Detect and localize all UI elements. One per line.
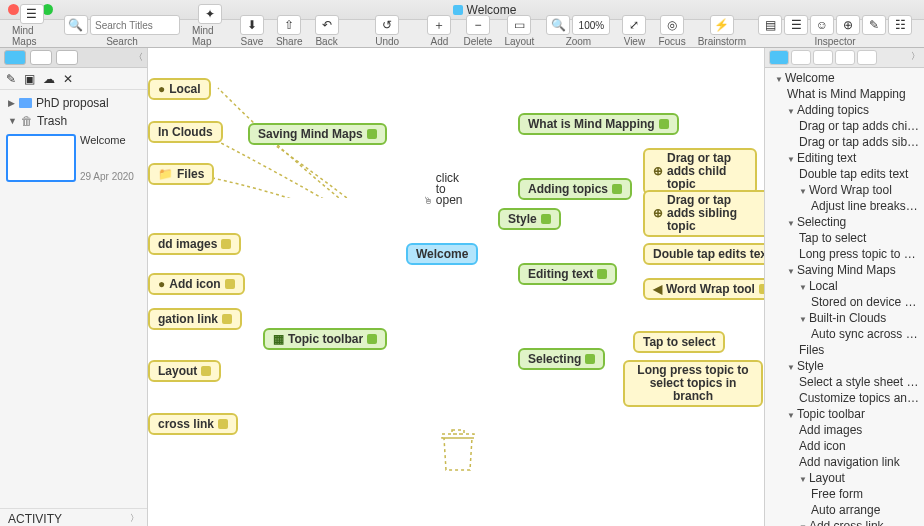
toolbar-add[interactable]: ＋Add <box>427 15 451 47</box>
outline-item[interactable]: Select a style sheet for th... <box>765 374 924 390</box>
sidebar-tab-cloud[interactable] <box>30 50 52 65</box>
outline-item[interactable]: ▼Layout <box>765 470 924 486</box>
toolbar-layout[interactable]: ▭Layout <box>504 15 534 47</box>
mindmap-icon[interactable]: ✦ <box>198 4 222 24</box>
search-icon[interactable]: 🔍 <box>64 15 88 35</box>
doc-thumbnail[interactable] <box>6 134 76 182</box>
node-editing[interactable]: Editing text <box>518 263 617 285</box>
toolbar-focus[interactable]: ◎Focus <box>658 15 685 47</box>
inspector-tab-4[interactable] <box>835 50 855 65</box>
toolbar-back[interactable]: ↶Back <box>315 15 339 47</box>
delete-icon[interactable]: − <box>466 15 490 35</box>
doc-thumbnail-row[interactable]: Welcome 29 Apr 2020 <box>0 132 147 184</box>
outline-item[interactable]: Auto sync across devices <box>765 326 924 342</box>
node-drag-sibling[interactable]: ⊕ Drag or tap adds sibling topic <box>643 190 764 237</box>
canvas-trash-icon[interactable] <box>438 428 478 475</box>
inspector-tab-2[interactable] <box>791 50 811 65</box>
insp-icon2[interactable]: ☰ <box>784 15 808 35</box>
outline-item[interactable]: Drag or tap adds child topic <box>765 118 924 134</box>
outline-item[interactable]: ▼Word Wrap tool <box>765 182 924 198</box>
insp-icon4[interactable]: ⊕ <box>836 15 860 35</box>
search-input[interactable] <box>90 15 180 35</box>
outline-item[interactable]: ▼Saving Mind Maps <box>765 262 924 278</box>
node-files[interactable]: 📁 Files <box>148 163 214 185</box>
insp-icon5[interactable]: ✎ <box>862 15 886 35</box>
toolbar-zoom[interactable]: 🔍100%Zoom <box>546 15 610 47</box>
delete-icon[interactable]: ✕ <box>63 72 73 86</box>
node-cross-link[interactable]: cross link <box>148 413 238 435</box>
toolbar-share[interactable]: ⇧Share <box>276 15 303 47</box>
toolbar-inspector[interactable]: ▤☰☺⊕✎☷ Inspector <box>758 15 912 47</box>
node-adding[interactable]: Adding topics <box>518 178 632 200</box>
outline-item[interactable]: ▼Topic toolbar <box>765 406 924 422</box>
new-folder-icon[interactable]: ▣ <box>24 72 35 86</box>
node-drag-child[interactable]: ⊕ Drag or tap adds child topic <box>643 148 757 195</box>
node-long-press[interactable]: Long press topic to select topics in bra… <box>623 360 763 407</box>
tree-item-trash[interactable]: ▼🗑Trash <box>0 112 147 130</box>
outline-item[interactable]: ▼Welcome <box>765 70 924 86</box>
outline-item[interactable]: Add icon <box>765 438 924 454</box>
outline-item[interactable]: ▼Selecting <box>765 214 924 230</box>
node-topic-toolbar[interactable]: ▦ Topic toolbar <box>263 328 387 350</box>
sidebar-collapse-icon[interactable]: 〈 <box>134 51 143 64</box>
node-layout[interactable]: Layout <box>148 360 221 382</box>
outline-item[interactable]: Drag or tap adds sibling to... <box>765 134 924 150</box>
insp-icon3[interactable]: ☺ <box>810 15 834 35</box>
outline-item[interactable]: Tap to select <box>765 230 924 246</box>
outline-item[interactable]: Files <box>765 342 924 358</box>
sidebar-tab-files[interactable] <box>56 50 78 65</box>
zoom-value[interactable]: 100% <box>572 15 610 35</box>
outline-item[interactable]: Adjust line breaks and... <box>765 198 924 214</box>
node-tap-select[interactable]: Tap to select <box>633 331 725 353</box>
toolbar-mindmaps[interactable]: ☰ Mind Maps <box>12 4 52 47</box>
toolbar-save[interactable]: ⬇Save <box>240 15 264 47</box>
outline-item[interactable]: ▼Adding topics <box>765 102 924 118</box>
outline-tree[interactable]: ▼WelcomeWhat is Mind Mapping▼Adding topi… <box>765 68 924 526</box>
toolbar-search[interactable]: 🔍 Search <box>64 15 180 47</box>
toolbar-undo[interactable]: ↺Undo <box>375 15 399 47</box>
insp-icon1[interactable]: ▤ <box>758 15 782 35</box>
new-doc-icon[interactable]: ✎ <box>6 72 16 86</box>
insp-icon6[interactable]: ☷ <box>888 15 912 35</box>
node-add-icon[interactable]: ● Add icon <box>148 273 245 295</box>
outline-item[interactable]: Add images <box>765 422 924 438</box>
node-nav-link[interactable]: gation link <box>148 308 242 330</box>
outline-item[interactable]: ▼Add cross link <box>765 518 924 526</box>
node-dbltap[interactable]: Double tap edits text <box>643 243 764 265</box>
layout-icon[interactable]: ▭ <box>507 15 531 35</box>
inspector-tab-outline[interactable] <box>769 50 789 65</box>
node-selecting[interactable]: Selecting <box>518 348 605 370</box>
node-saving[interactable]: Saving Mind Maps <box>248 123 387 145</box>
outline-item[interactable]: What is Mind Mapping <box>765 86 924 102</box>
node-add-images[interactable]: dd images <box>148 233 241 255</box>
outline-item[interactable]: ▼Built-in Clouds <box>765 310 924 326</box>
mindmap-canvas[interactable]: Welcome What is Mind Mapping Adding topi… <box>148 48 764 526</box>
outline-item[interactable]: Auto arrange <box>765 502 924 518</box>
node-wrap[interactable]: ◀ Word Wrap tool <box>643 278 764 300</box>
save-icon[interactable]: ⬇ <box>240 15 264 35</box>
outline-item[interactable]: ▼Local <box>765 278 924 294</box>
zoom-search-icon[interactable]: 🔍 <box>546 15 570 35</box>
inspector-collapse-icon[interactable]: 〉 <box>911 50 920 65</box>
node-root[interactable]: Welcome <box>406 243 478 265</box>
outline-item[interactable]: ▼Editing text <box>765 150 924 166</box>
node-local[interactable]: ● Local <box>148 78 211 100</box>
outline-item[interactable]: Customize topics and lines <box>765 390 924 406</box>
toolbar-brainstorm[interactable]: ⚡Brainstorm <box>698 15 746 47</box>
toolbar-view[interactable]: ⤢View <box>622 15 646 47</box>
outline-item[interactable]: ▼Style <box>765 358 924 374</box>
outline-item[interactable]: Add navigation link <box>765 454 924 470</box>
activity-bar[interactable]: ACTIVITY〉 <box>0 508 147 526</box>
share-icon[interactable]: ⇧ <box>277 15 301 35</box>
toolbar-mindmap[interactable]: ✦Mind Map <box>192 4 228 47</box>
tree-item-folder[interactable]: ▶PhD proposal <box>0 94 147 112</box>
add-icon[interactable]: ＋ <box>427 15 451 35</box>
outline-item[interactable]: Free form <box>765 486 924 502</box>
mindmaps-icon[interactable]: ☰ <box>20 4 44 24</box>
focus-icon[interactable]: ◎ <box>660 15 684 35</box>
brainstorm-icon[interactable]: ⚡ <box>710 15 734 35</box>
cloud-sync-icon[interactable]: ☁ <box>43 72 55 86</box>
inspector-tab-5[interactable] <box>857 50 877 65</box>
node-style[interactable]: Style <box>498 208 561 230</box>
node-what[interactable]: What is Mind Mapping <box>518 113 679 135</box>
